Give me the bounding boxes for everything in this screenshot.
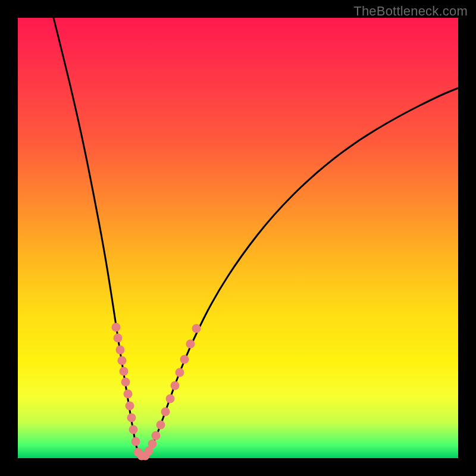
dots-group — [112, 323, 201, 461]
data-dot — [131, 437, 140, 446]
data-dot — [186, 340, 195, 349]
data-dot — [192, 324, 201, 333]
watermark-text: TheBottleneck.com — [353, 4, 468, 19]
curve-layer — [18, 18, 458, 458]
data-dot — [161, 408, 170, 416]
data-dot — [116, 346, 125, 355]
data-dot — [129, 425, 138, 434]
data-dot — [118, 356, 127, 365]
data-dot — [171, 381, 180, 390]
data-dot — [176, 368, 184, 377]
data-dot — [124, 390, 133, 399]
data-dot — [152, 431, 161, 440]
data-dot — [180, 355, 189, 364]
data-dot — [121, 378, 130, 387]
data-dot — [148, 440, 157, 449]
data-dot — [114, 334, 123, 343]
data-dot — [120, 367, 129, 376]
curves-group — [54, 18, 458, 456]
plot-area — [18, 18, 458, 458]
data-dot — [127, 414, 136, 422]
data-dot — [112, 323, 121, 332]
data-dot — [166, 394, 175, 403]
data-dot — [156, 421, 165, 430]
chart-frame: TheBottleneck.com — [0, 0, 476, 476]
data-dot — [126, 402, 134, 411]
right-curve — [146, 88, 458, 456]
